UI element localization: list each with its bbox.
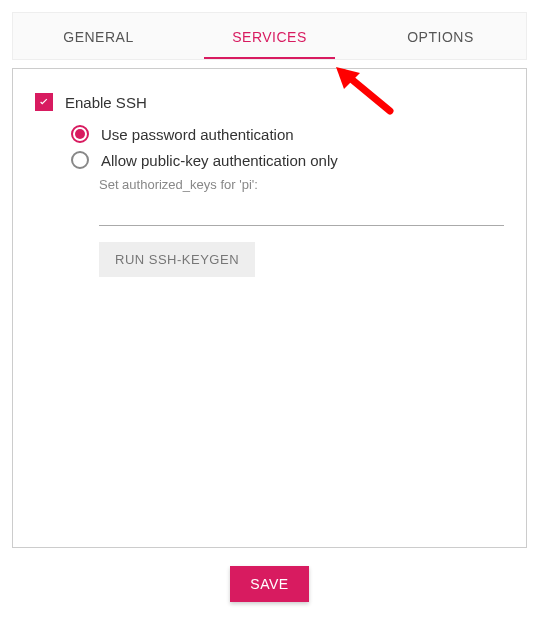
auth-pubkey-row[interactable]: Allow public-key authentication only <box>71 151 504 169</box>
save-row: SAVE <box>12 566 527 602</box>
auth-password-row[interactable]: Use password authentication <box>71 125 504 143</box>
auth-pubkey-label: Allow public-key authentication only <box>101 152 338 169</box>
enable-ssh-row[interactable]: Enable SSH <box>35 93 504 111</box>
checkmark-icon <box>37 95 51 109</box>
enable-ssh-label: Enable SSH <box>65 94 147 111</box>
enable-ssh-checkbox[interactable] <box>35 93 53 111</box>
tab-options[interactable]: OPTIONS <box>355 13 526 59</box>
run-ssh-keygen-button[interactable]: RUN SSH-KEYGEN <box>99 242 255 277</box>
tab-bar: GENERAL SERVICES OPTIONS <box>12 12 527 60</box>
save-button[interactable]: SAVE <box>230 566 308 602</box>
auth-pubkey-radio[interactable] <box>71 151 89 169</box>
authorized-keys-input[interactable] <box>99 198 504 226</box>
auth-password-label: Use password authentication <box>101 126 294 143</box>
authorized-keys-section: Set authorized_keys for 'pi': RUN SSH-KE… <box>99 177 504 277</box>
authorized-keys-hint: Set authorized_keys for 'pi': <box>99 177 504 192</box>
auth-password-radio[interactable] <box>71 125 89 143</box>
tab-services[interactable]: SERVICES <box>184 13 355 59</box>
tab-general[interactable]: GENERAL <box>13 13 184 59</box>
services-panel: Enable SSH Use password authentication A… <box>12 68 527 548</box>
